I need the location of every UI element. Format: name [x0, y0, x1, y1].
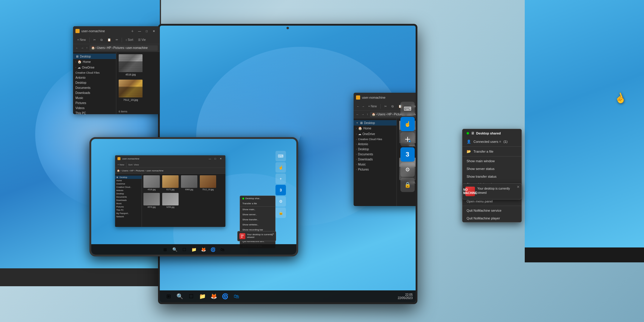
- cut-button[interactable]: ✂: [383, 104, 388, 109]
- tab-file-4[interactable]: 7512_19.jpg: [200, 175, 216, 191]
- sidebar-item-desktop2[interactable]: › Desktop: [354, 147, 397, 152]
- sidebar-item-onedrive[interactable]: › ☁ OneDrive: [73, 65, 116, 70]
- address-path[interactable]: 🏠 › Users › HP › Pictures › user-nomachi…: [89, 45, 158, 51]
- view-button[interactable]: ☰ Vie: [136, 38, 148, 42]
- number-badge[interactable]: 3: [400, 147, 415, 162]
- tablet-cm-desktop-shared[interactable]: Desktop shar..: [240, 196, 275, 201]
- sidebar-item-documents[interactable]: › Documents: [354, 152, 397, 157]
- cm-show-server-status[interactable]: Show server status: [462, 165, 521, 173]
- tab-file-3[interactable]: 6966.jpg: [181, 175, 197, 191]
- cm-transfer-file[interactable]: 📂 Transfer a file: [462, 147, 521, 156]
- sidebar-creative[interactable]: Creative Cloud..: [115, 185, 142, 189]
- sidebar-item-antonio[interactable]: › Antonio: [354, 142, 397, 147]
- new-button[interactable]: + New: [75, 38, 88, 42]
- sort-button[interactable]: ↕ Sort: [124, 38, 135, 42]
- tablet-keyboard-icon[interactable]: ⌨: [275, 151, 286, 161]
- minimize-button[interactable]: —: [136, 28, 143, 34]
- keyboard-icon[interactable]: ⌨: [400, 102, 415, 116]
- sidebar-passport[interactable]: My Passport..: [115, 212, 142, 215]
- tablet-cm-whiteboard[interactable]: Show whitebo..: [240, 222, 275, 227]
- sort-btn[interactable]: Sort: [128, 163, 133, 166]
- cm-show-transfer-status[interactable]: Show transfer status: [462, 173, 521, 180]
- tablet-store-button[interactable]: 🛍: [219, 246, 226, 253]
- new-tab-button[interactable]: +: [129, 28, 136, 34]
- back-button[interactable]: ←: [75, 46, 79, 50]
- file-item-7512[interactable]: 7512_19.jpg: [119, 80, 143, 101]
- tablet-edge-button[interactable]: 🌀: [209, 246, 217, 253]
- new-btn[interactable]: + New: [117, 163, 124, 166]
- sidebar-antonio[interactable]: Antonio: [115, 189, 142, 192]
- cm-quit-service[interactable]: Quit NoMachine service: [462, 207, 521, 214]
- tablet-number-icon[interactable]: 3: [275, 185, 286, 195]
- sidebar-item-home[interactable]: › 🏠 Home: [73, 59, 116, 65]
- explorer-taskbar[interactable]: 📁: [198, 292, 207, 301]
- sidebar-item-pictures[interactable]: › Pictures: [354, 167, 397, 172]
- tab-file-6[interactable]: 9256.jpg: [162, 193, 179, 208]
- sidebar-item-downloads[interactable]: › Downloads: [354, 157, 397, 162]
- copy-button[interactable]: ⧉: [99, 38, 104, 42]
- sidebar-home[interactable]: Home: [115, 179, 142, 182]
- sidebar-item-pictures[interactable]: Pictures: [73, 100, 116, 106]
- up-button[interactable]: ↑: [86, 46, 88, 50]
- tablet-explorer-button[interactable]: 📁: [190, 246, 198, 253]
- sidebar-network[interactable]: Network: [115, 215, 142, 218]
- sidebar-desktop2[interactable]: Desktop: [115, 192, 142, 195]
- back-btn[interactable]: ←: [356, 104, 360, 109]
- rename-button[interactable]: ✏: [114, 38, 120, 42]
- tablet-start-button[interactable]: ⊞: [161, 246, 169, 253]
- tablet-cm-mainwindow[interactable]: Show main..: [240, 207, 275, 212]
- close-button[interactable]: ✕: [151, 28, 157, 34]
- tab-file-5[interactable]: 8576.jpg: [143, 193, 160, 208]
- tablet-lock-icon[interactable]: 🔒: [275, 208, 286, 218]
- pointer-icon[interactable]: ☝: [400, 117, 415, 131]
- notif-close[interactable]: ✕: [272, 232, 274, 236]
- sidebar-item-desktop2[interactable]: Desktop: [73, 80, 116, 85]
- tablet-cm-transfer[interactable]: Transfer a file: [240, 201, 275, 206]
- sidebar-item-downloads[interactable]: Downloads: [73, 90, 116, 95]
- sidebar-item-desktop[interactable]: 🖥 Desktop: [73, 54, 116, 59]
- tablet-cm-server[interactable]: Show server..: [240, 212, 275, 217]
- tab-file-2[interactable]: 6171.jpg: [162, 175, 179, 191]
- sidebar-pictures[interactable]: Pictures: [115, 205, 142, 208]
- notification-close-button[interactable]: ✕: [517, 185, 520, 189]
- close-button[interactable]: ✕: [218, 156, 223, 161]
- sidebar-item-creative-cloud[interactable]: › Creative Cloud Files: [354, 137, 397, 142]
- maximize-button[interactable]: □: [213, 156, 218, 161]
- tab-file-1[interactable]: 4516.jpg: [143, 175, 160, 191]
- paste-button[interactable]: 📋: [106, 38, 113, 42]
- file-item-4516[interactable]: 4516.jpg: [119, 54, 143, 76]
- tablet-cm-transfer-status[interactable]: Show transfer..: [240, 217, 275, 222]
- sidebar-item-videos[interactable]: Videos: [73, 106, 116, 111]
- sidebar-item-creative-cloud[interactable]: Creative Cloud Files: [73, 70, 116, 75]
- window-controls[interactable]: — □ ✕: [208, 156, 223, 161]
- new-button[interactable]: + New: [366, 104, 379, 109]
- taskview-button[interactable]: ☐: [186, 292, 196, 301]
- back-button[interactable]: ←: [355, 112, 360, 117]
- tablet-taskview-button[interactable]: ☐: [180, 246, 188, 253]
- sidebar-item-antonio[interactable]: Antonio: [73, 75, 116, 80]
- cm-show-main-window[interactable]: Show main window: [462, 157, 521, 165]
- sidebar-item-onedrive[interactable]: › ☁ OneDrive: [354, 131, 397, 137]
- sidebar-item-music[interactable]: › Music: [354, 162, 397, 167]
- fwd-btn[interactable]: →: [361, 104, 365, 109]
- copy-button[interactable]: ⧉: [390, 104, 395, 109]
- window-controls[interactable]: + — □ ✕: [129, 28, 157, 34]
- store-taskbar[interactable]: 🛍: [232, 292, 241, 301]
- sidebar-music[interactable]: Music: [115, 202, 142, 205]
- sidebar-downloads[interactable]: Downloads: [115, 199, 142, 202]
- fwd-button[interactable]: →: [361, 112, 365, 117]
- sidebar-desktop[interactable]: 🖥 Desktop: [115, 176, 142, 179]
- add-icon[interactable]: +: [400, 132, 415, 146]
- sidebar-item-music[interactable]: Music: [73, 95, 116, 100]
- view-btn[interactable]: View: [134, 163, 139, 166]
- start-button[interactable]: ⊞: [164, 292, 173, 301]
- sidebar-item-thispc[interactable]: This PC: [73, 111, 116, 114]
- tablet-add-icon[interactable]: +: [275, 174, 286, 184]
- sidebar-onedrive[interactable]: OneDrive: [115, 182, 142, 185]
- edge-taskbar[interactable]: 🌀: [220, 292, 230, 301]
- tablet-pointer-icon[interactable]: ☝: [275, 162, 286, 173]
- maximize-button[interactable]: □: [143, 28, 150, 34]
- minimize-button[interactable]: —: [208, 156, 212, 161]
- up-button[interactable]: ↑: [366, 112, 369, 117]
- sidebar-item-home[interactable]: › 🏠 Home: [354, 126, 397, 131]
